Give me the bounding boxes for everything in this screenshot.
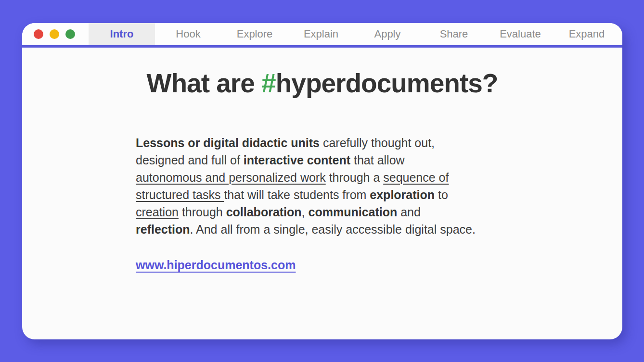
paragraph-segment: Lessons or digital didactic units xyxy=(136,136,320,150)
hash-symbol: # xyxy=(261,68,276,98)
text-block: Lessons or digital didactic units carefu… xyxy=(136,134,509,274)
tab-hook[interactable]: Hook xyxy=(155,23,221,45)
tab-explain[interactable]: Explain xyxy=(288,23,354,45)
paragraph-segment: and xyxy=(397,205,421,219)
paragraph-segment: interactive content xyxy=(244,153,350,167)
tab-intro[interactable]: Intro xyxy=(89,23,155,45)
tab-share[interactable]: Share xyxy=(421,23,487,45)
paragraph-segment: creation xyxy=(136,205,179,219)
paragraph-segment: structured tasks xyxy=(136,188,224,201)
paragraph-segment: exploration xyxy=(370,188,435,201)
window-controls xyxy=(22,23,89,45)
page-title-before-hash: What are xyxy=(147,68,262,98)
paragraph-segment: , xyxy=(302,205,309,219)
paragraph-segment: collaboration xyxy=(226,205,302,219)
description-paragraph: Lessons or digital didactic units carefu… xyxy=(136,134,509,238)
paragraph-segment: sequence of xyxy=(383,171,449,184)
paragraph-segment: to xyxy=(435,188,448,201)
website-link[interactable]: www.hiperdocumentos.com xyxy=(136,256,296,274)
page-title-after-hash: hyperdocuments? xyxy=(276,68,498,98)
minimize-traffic-light-icon[interactable] xyxy=(50,29,59,39)
paragraph-segment: through xyxy=(179,205,226,219)
tab-explore[interactable]: Explore xyxy=(221,23,288,45)
paragraph-segment: reflection xyxy=(136,223,190,236)
paragraph-segment: autonomous and personalized work xyxy=(136,171,326,184)
paragraph-segment: communication xyxy=(309,205,398,219)
paragraph-segment: carefully thought out, xyxy=(320,136,435,150)
tab-evaluate[interactable]: Evaluate xyxy=(487,23,554,45)
paragraph-segment: that will take students from xyxy=(224,188,370,201)
close-traffic-light-icon[interactable] xyxy=(34,29,43,39)
paragraph-segment: designed and full of xyxy=(136,153,244,167)
browser-window: IntroHookExploreExplainApplyShareEvaluat… xyxy=(22,23,622,339)
page-title: What are #hyperdocuments? xyxy=(22,68,622,99)
paragraph-segment: that allow xyxy=(350,153,405,167)
tab-bar: IntroHookExploreExplainApplyShareEvaluat… xyxy=(22,23,622,48)
paragraph-segment: through a xyxy=(326,171,384,184)
paragraph-segment: . And all from a single, easily accessib… xyxy=(190,223,476,236)
tab-strip: IntroHookExploreExplainApplyShareEvaluat… xyxy=(89,23,622,45)
tab-expand[interactable]: Expand xyxy=(554,23,620,45)
zoom-traffic-light-icon[interactable] xyxy=(65,29,75,39)
page-content: What are #hyperdocuments? Lessons or dig… xyxy=(22,48,622,339)
tab-apply[interactable]: Apply xyxy=(354,23,421,45)
